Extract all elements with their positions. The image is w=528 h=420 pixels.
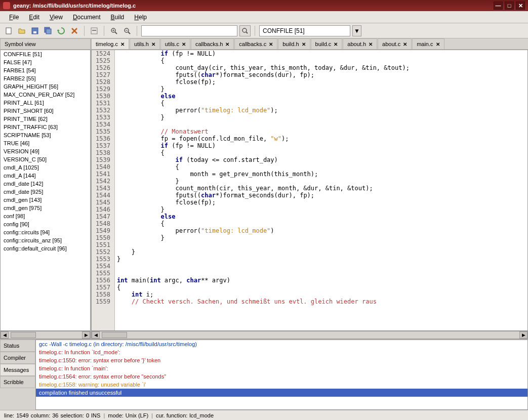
symbol-item[interactable]: PRINT_ALL [61] — [1, 99, 90, 107]
symbol-item[interactable]: cmdl_A [144] — [1, 172, 90, 180]
zoom-in-icon[interactable] — [108, 25, 119, 36]
zoom-out-icon[interactable] — [121, 25, 133, 36]
scroll-thumb[interactable] — [102, 332, 127, 338]
tab-close-icon[interactable]: ✕ — [182, 41, 186, 47]
symbol-item[interactable]: config::default_circuit [96] — [1, 244, 90, 253]
editor-tab[interactable]: utils.c✕ — [160, 38, 190, 49]
tab-close-icon[interactable]: ✕ — [334, 41, 338, 47]
editor-tab[interactable]: utils.h✕ — [130, 38, 160, 49]
symbol-item[interactable]: TRUE [46] — [1, 139, 90, 147]
message-line[interactable]: gcc -Wall -c timelog.c (in directory: /m… — [36, 340, 527, 348]
tab-close-icon[interactable]: ✕ — [369, 41, 373, 47]
scroll-right-icon[interactable]: ▶ — [82, 331, 90, 339]
editor-tab[interactable]: callbacks.c✕ — [234, 38, 277, 49]
close-button[interactable]: ✕ — [516, 2, 525, 10]
menu-file[interactable]: File — [4, 12, 24, 22]
editor-hscrollbar[interactable]: ◀ ▶ — [91, 331, 528, 339]
sidebar-tab-symbols[interactable]: Symbol view — [0, 38, 91, 50]
symbol-item[interactable]: conf [98] — [1, 212, 90, 220]
scroll-left-icon[interactable]: ◀ — [1, 331, 9, 339]
editor-tab[interactable]: timelog.c✕ — [91, 38, 129, 49]
symbol-list[interactable]: CONFFILE [51]FALSE [47]FARBE1 [54]FARBE2… — [0, 50, 91, 331]
new-file-icon[interactable] — [3, 25, 14, 36]
scroll-left-icon[interactable]: ◀ — [92, 331, 100, 339]
symbol-item[interactable]: VERSION [49] — [1, 147, 90, 155]
save-all-icon[interactable] — [43, 25, 54, 36]
symbol-item[interactable]: cmdl_gen [143] — [1, 196, 90, 204]
symbol-item[interactable]: PRINT_SHORT [60] — [1, 107, 90, 115]
tab-label: main.c — [417, 41, 433, 47]
symbol-item[interactable]: cmdl_date [142] — [1, 180, 90, 188]
editor-tab[interactable]: build.c✕ — [311, 38, 343, 49]
message-line[interactable]: timelog.c: In function `main': — [36, 364, 527, 372]
revert-icon[interactable] — [56, 25, 67, 36]
svg-line-8 — [115, 32, 117, 34]
symbol-item[interactable]: MAX_CONN_PER_DAY [52] — [1, 91, 90, 99]
symbol-item[interactable]: config::circuits [94] — [1, 228, 90, 236]
tab-close-icon[interactable]: ✕ — [436, 41, 440, 47]
symbol-item[interactable]: cmdl_A [1025] — [1, 163, 90, 172]
status-mode: Unix (LF) — [126, 412, 148, 418]
combo-dropdown-icon[interactable]: ▼ — [352, 25, 361, 36]
search-input[interactable] — [141, 25, 237, 36]
search-button[interactable] — [239, 25, 251, 36]
tab-label: build.h — [282, 41, 299, 47]
save-icon[interactable] — [29, 25, 40, 36]
symbol-item[interactable]: FALSE [47] — [1, 58, 90, 66]
tab-close-icon[interactable]: ✕ — [151, 41, 155, 47]
scroll-thumb[interactable] — [11, 332, 36, 338]
editor-tab[interactable]: main.c✕ — [412, 38, 444, 49]
symbol-item[interactable]: FARBE1 [54] — [1, 66, 90, 74]
messages-tab-scribble[interactable]: Scribble — [0, 376, 35, 388]
messages-list[interactable]: gcc -Wall -c timelog.c (in directory: /m… — [35, 340, 528, 410]
minimize-button[interactable]: — — [494, 2, 503, 10]
menu-document[interactable]: Document — [68, 12, 106, 22]
symbol-item[interactable]: cmdl_gen [975] — [1, 204, 90, 212]
code-body[interactable]: if (fp != NULL) { count_day(cir, this_ye… — [115, 50, 527, 330]
menubar: File Edit View Document Build Help — [0, 11, 528, 23]
messages-tab-status[interactable]: Status — [0, 340, 35, 352]
symbol-item[interactable]: config::circuits_anz [95] — [1, 236, 90, 244]
menu-view[interactable]: View — [45, 12, 68, 22]
symbol-item[interactable]: cmdl_date [925] — [1, 188, 90, 196]
close-file-icon[interactable] — [69, 25, 80, 36]
maximize-button[interactable]: □ — [505, 2, 514, 10]
message-line[interactable]: compilation finished unsuccessful — [36, 389, 527, 397]
tab-close-icon[interactable]: ✕ — [302, 41, 306, 47]
compile-icon[interactable] — [89, 25, 100, 36]
tab-close-icon[interactable]: ✕ — [225, 41, 229, 47]
symbol-item[interactable]: PRINT_TRAFFIC [63] — [1, 123, 90, 131]
status-sel: 0 — [86, 412, 89, 418]
symbol-item[interactable]: CONFFILE [51] — [1, 50, 90, 58]
status-sel-label: selection: — [60, 412, 84, 418]
sidebar-hscrollbar[interactable]: ◀ ▶ — [0, 331, 91, 339]
symbol-item[interactable]: FARBE2 [55] — [1, 74, 90, 82]
tab-close-icon[interactable]: ✕ — [269, 41, 273, 47]
code-editor[interactable]: 1524152515261527152815291530153115321533… — [91, 50, 528, 331]
messages-tab-messages[interactable]: Messages — [0, 364, 35, 376]
message-line[interactable]: timelog.c:1558: warning: unused variable… — [36, 381, 527, 389]
tab-close-icon[interactable]: ✕ — [403, 41, 407, 47]
goto-symbol-combo[interactable]: CONFFILE [51] — [259, 25, 350, 36]
menu-build[interactable]: Build — [106, 12, 130, 22]
message-line[interactable]: timelog.c:1550: error: syntax error befo… — [36, 356, 527, 364]
tab-close-icon[interactable]: ✕ — [120, 41, 125, 47]
status-ins: INS — [91, 412, 100, 418]
symbol-item[interactable]: config [90] — [1, 220, 90, 228]
menu-edit[interactable]: Edit — [24, 12, 45, 22]
symbol-item[interactable]: GRAPH_HEIGHT [56] — [1, 82, 90, 91]
symbol-item[interactable]: PRINT_TIME [62] — [1, 115, 90, 123]
symbol-item[interactable]: VERSION_C [50] — [1, 155, 90, 163]
open-file-icon[interactable] — [16, 25, 27, 36]
editor-tab[interactable]: build.h✕ — [278, 38, 310, 49]
svg-rect-0 — [6, 28, 11, 34]
editor-tab[interactable]: about.h✕ — [343, 38, 377, 49]
scroll-right-icon[interactable]: ▶ — [519, 331, 527, 339]
editor-tab[interactable]: callbacks.h✕ — [191, 38, 234, 49]
message-line[interactable]: timelog.c: In function `lcd_mode': — [36, 348, 527, 356]
messages-tab-compiler[interactable]: Compiler — [0, 352, 35, 364]
symbol-item[interactable]: SCRIPTNAME [53] — [1, 131, 90, 139]
message-line[interactable]: timelog.c:1564: error: syntax error befo… — [36, 372, 527, 381]
menu-help[interactable]: Help — [129, 12, 152, 22]
editor-tab[interactable]: about.c✕ — [378, 38, 412, 49]
